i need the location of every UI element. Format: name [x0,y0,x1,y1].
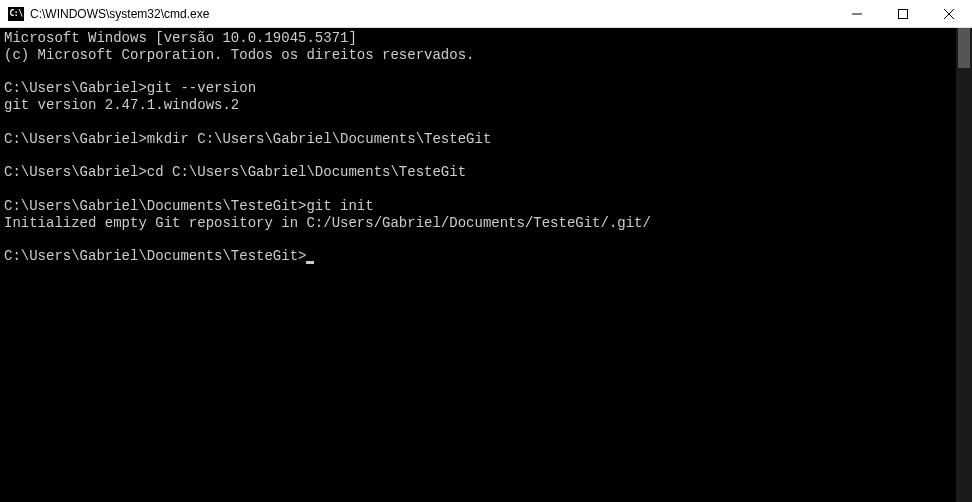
terminal-body: Microsoft Windows [versão 10.0.19045.537… [0,28,972,502]
window-controls [834,0,972,27]
scrollbar-thumb[interactable] [958,28,970,68]
terminal-active-line[interactable]: C:\Users\Gabriel\Documents\TesteGit> [4,248,952,265]
terminal-line: C:\Users\Gabriel>mkdir C:\Users\Gabriel\… [4,131,952,148]
terminal-line: C:\Users\Gabriel>git --version [4,80,952,97]
scrollbar[interactable] [956,28,972,502]
terminal-line: C:\Users\Gabriel>cd C:\Users\Gabriel\Doc… [4,164,952,181]
terminal-line: Initialized empty Git repository in C:/U… [4,215,952,232]
cmd-icon: C:\ [8,7,24,21]
terminal-line: git version 2.47.1.windows.2 [4,97,952,114]
cmd-window: C:\ C:\WINDOWS\system32\cmd.exe Microsof… [0,0,972,502]
titlebar[interactable]: C:\ C:\WINDOWS\system32\cmd.exe [0,0,972,28]
window-title: C:\WINDOWS\system32\cmd.exe [30,7,834,21]
cursor [306,261,314,264]
terminal-line: C:\Users\Gabriel\Documents\TesteGit>git … [4,198,952,215]
minimize-button[interactable] [834,0,880,27]
terminal-line: (c) Microsoft Corporation. Todos os dire… [4,47,952,64]
maximize-button[interactable] [880,0,926,27]
terminal-content[interactable]: Microsoft Windows [versão 10.0.19045.537… [0,28,956,502]
terminal-line [4,64,952,81]
terminal-line [4,232,952,249]
terminal-line [4,181,952,198]
svg-rect-1 [899,9,908,18]
terminal-line: Microsoft Windows [versão 10.0.19045.537… [4,30,952,47]
close-button[interactable] [926,0,972,27]
terminal-prompt: C:\Users\Gabriel\Documents\TesteGit> [4,248,306,264]
terminal-line [4,148,952,165]
terminal-line [4,114,952,131]
